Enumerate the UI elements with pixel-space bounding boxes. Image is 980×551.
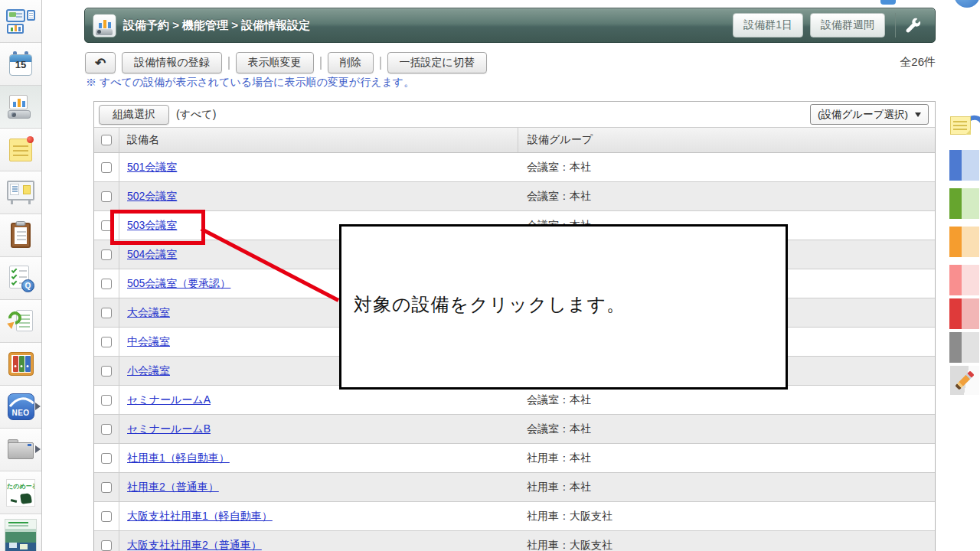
register-facility-button[interactable]: 設備情報の登録 [122, 52, 221, 73]
facility-group-select-value: (設備グループ選択) [818, 108, 908, 122]
facility-link[interactable]: 502会議室 [127, 190, 177, 204]
table-row: 大阪支社社用車2（普通車）社用車：大阪支社 [94, 531, 935, 551]
header-separator [895, 13, 896, 37]
settings-wrench-icon[interactable] [897, 15, 927, 37]
back-button[interactable]: ↶ [85, 52, 116, 73]
select-all-checkbox[interactable] [101, 135, 112, 145]
table-row: 502会議室会議室：本社 [94, 182, 935, 211]
sidebar-item-cabinet[interactable] [0, 343, 41, 386]
row-checkbox[interactable] [101, 191, 112, 202]
facility-link[interactable]: 大阪支社社用車1（軽自動車） [127, 510, 273, 523]
facility-link[interactable]: 社用車2（普通車） [127, 481, 219, 494]
row-checkbox[interactable] [101, 308, 112, 318]
sidebar-item-facility-reservation[interactable] [0, 86, 41, 129]
expand-arrow-icon[interactable] [35, 445, 41, 453]
neo-app-icon: NEO [8, 393, 34, 420]
delete-button[interactable]: 削除 [328, 52, 374, 73]
sidebar-item-bulletin[interactable] [0, 171, 41, 214]
sticky-note-icon[interactable] [950, 112, 980, 139]
facility-link[interactable]: 504会議室 [127, 248, 177, 262]
annotation-text: 対象の設備をクリックします。 [354, 292, 626, 317]
table-row: 501会議室会議室：本社 [94, 153, 935, 182]
facility-reservation-icon [8, 95, 34, 119]
row-checkbox[interactable] [101, 453, 112, 464]
facility-link[interactable]: 中会議室 [127, 335, 170, 349]
facility-link[interactable]: 501会議室 [127, 161, 177, 174]
portal-icon [6, 9, 35, 34]
note-text: ※ すべての設備が表示されている場合に表示順の変更が行えます。 [86, 76, 414, 90]
sidebar-item-folder[interactable] [0, 429, 41, 471]
facility-link[interactable]: 小会議室 [127, 364, 170, 378]
org-selected-value: (すべて) [176, 108, 216, 122]
expand-arrow-icon[interactable] [35, 403, 41, 410]
sticky-color-pink[interactable] [949, 265, 979, 295]
table-row: 社用車2（普通車）社用車：本社 [94, 473, 935, 502]
table-row: 社用車1（軽自動車）社用車：本社 [94, 444, 935, 473]
sidebar-item-survey[interactable]: Q [0, 257, 41, 300]
row-checkbox[interactable] [101, 279, 112, 289]
sticky-color-red[interactable] [949, 298, 979, 329]
sidebar-item-banner[interactable] [0, 514, 41, 551]
top-partial-icon[interactable] [954, 0, 980, 8]
facility-link[interactable]: セミナールームA [127, 393, 211, 407]
app-header-bar: 設備予約 > 機能管理 > 設備情報設定 設備群1日 設備群週間 [84, 8, 936, 43]
facility-link[interactable]: 大会議室 [127, 306, 170, 320]
pencil-icon[interactable] [950, 366, 979, 395]
toolbar-separator [380, 57, 381, 70]
facility-link[interactable]: セミナールームB [127, 422, 211, 436]
facility-group-week-button[interactable]: 設備群週間 [810, 13, 885, 37]
facility-group-select[interactable]: (設備グループ選択) [810, 104, 929, 125]
row-checkbox[interactable] [101, 162, 112, 173]
sidebar-item-tanomeru[interactable]: たのめーる [0, 471, 41, 514]
row-checkbox[interactable] [101, 337, 112, 347]
table-row: 大阪支社社用車1（軽自動車）社用車：大阪支社 [94, 502, 935, 531]
row-checkbox[interactable] [101, 366, 112, 377]
change-display-order-button[interactable]: 表示順変更 [236, 52, 314, 73]
sidebar-item-workflow[interactable] [0, 300, 41, 343]
toolbar: ↶ 設備情報の登録 表示順変更 削除 一括設定に切替 [85, 52, 487, 73]
chevron-down-icon [915, 112, 921, 117]
row-checkbox[interactable] [101, 395, 112, 406]
survey-icon: Q [9, 266, 32, 291]
total-count-label: 全26件 [900, 55, 936, 70]
table-row: セミナールームA会議室：本社 [94, 386, 935, 415]
row-checkbox[interactable] [101, 511, 112, 522]
sticky-color-green[interactable] [949, 188, 979, 219]
facility-group-day-button[interactable]: 設備群1日 [733, 13, 803, 37]
org-select-button[interactable]: 組織選択 [99, 105, 169, 125]
bulletin-board-icon [7, 181, 34, 204]
sidebar-item-portal[interactable] [0, 0, 41, 43]
banner-image [5, 519, 37, 551]
row-checkbox[interactable] [101, 482, 112, 493]
tanomeru-icon: たのめーる [6, 479, 35, 507]
column-header-name: 設備名 [119, 128, 518, 152]
breadcrumb: 設備予約 > 機能管理 > 設備情報設定 [123, 18, 310, 33]
annotation-callout: 対象の設備をクリックします。 [339, 224, 788, 390]
facility-app-icon [93, 14, 116, 37]
switch-bulk-setting-button[interactable]: 一括設定に切替 [387, 52, 487, 73]
annotation-highlight-box [110, 210, 205, 245]
sidebar-item-memo[interactable] [0, 129, 41, 171]
row-checkbox[interactable] [101, 249, 112, 260]
column-header-group: 設備グループ [518, 128, 935, 152]
sidebar-item-schedule[interactable]: 15 [0, 43, 41, 86]
toolbar-separator [228, 57, 230, 70]
sidebar-item-clipboard[interactable] [0, 214, 41, 257]
clipboard-icon [11, 223, 31, 248]
sidebar-item-neo[interactable]: NEO [0, 386, 41, 429]
sticky-color-blue[interactable] [949, 150, 979, 181]
row-checkbox[interactable] [101, 540, 112, 551]
facility-link[interactable]: 505会議室（要承認） [127, 277, 230, 291]
sticky-color-gray[interactable] [949, 332, 979, 363]
row-checkbox[interactable] [101, 424, 112, 435]
top-partial-icon[interactable] [880, 0, 896, 5]
toolbar-separator [320, 57, 322, 70]
facility-link[interactable]: 社用車1（軽自動車） [127, 452, 230, 465]
sticky-color-orange[interactable] [949, 227, 979, 257]
table-row: セミナールームB会議室：本社 [94, 415, 935, 444]
cabinet-icon [8, 352, 34, 376]
facility-link[interactable]: 大阪支社社用車2（普通車） [127, 539, 262, 551]
memo-note-icon [9, 139, 32, 161]
app-screen: 15 Q NEO [0, 0, 980, 551]
folder-icon [8, 439, 34, 460]
